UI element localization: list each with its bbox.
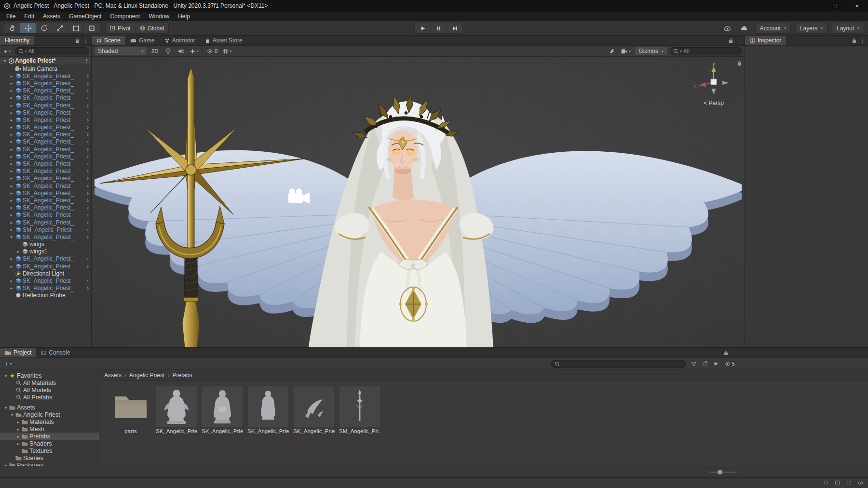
hierarchy-item[interactable]: ▸ SK_Angelic_Priest_ › — [0, 79, 91, 87]
prefab-open-chevron[interactable]: › — [84, 88, 91, 93]
hierarchy-item[interactable]: ▸ SK_Angelic_Priest_ › — [0, 277, 91, 284]
hierarchy-item[interactable]: ▸ SK_Angelic_Priest_ › — [0, 197, 91, 204]
hierarchy-item[interactable]: ▸ SK_Angelic_Priest_ › — [0, 168, 91, 175]
tab-hierarchy[interactable]: Hierarchy — [0, 36, 34, 45]
hierarchy-item[interactable]: ▸ SK_Angelic_Priest_ › — [0, 175, 91, 182]
prefab-open-chevron[interactable]: › — [84, 220, 91, 225]
scene-lighting-toggle[interactable] — [163, 47, 173, 55]
prefab-open-chevron[interactable]: › — [84, 117, 91, 123]
layers-dropdown[interactable]: Layers▾ — [795, 23, 827, 34]
hand-tool[interactable] — [4, 23, 20, 33]
lock-icon[interactable] — [729, 38, 733, 43]
hierarchy-item[interactable]: ▾ SK_Angelic_Priest_ › — [0, 233, 91, 240]
project-tree-item-materials[interactable]: ▸ Materials — [0, 418, 99, 425]
scene-visibility-toggle[interactable]: 0 — [205, 47, 219, 55]
asset-prefab[interactable]: SK_Angelic_Prie... — [156, 386, 197, 434]
asset-prefab[interactable]: SM_Angelic_Pri... — [339, 386, 380, 434]
expand-arrow[interactable]: ▸ — [9, 176, 14, 181]
expand-arrow[interactable]: ▸ — [9, 191, 14, 196]
project-tree-item-mesh[interactable]: ▸ Mesh — [0, 425, 99, 433]
scene-audio-toggle[interactable] — [176, 47, 186, 55]
expand-arrow[interactable]: ▸ — [9, 118, 14, 122]
hierarchy-create-button[interactable]: +▾ — [2, 48, 13, 55]
hierarchy-item[interactable]: ▸ SK_Angelic_Priest_ › — [0, 182, 91, 189]
expand-arrow[interactable]: ▸ — [9, 256, 14, 261]
project-tree-item-all-materials[interactable]: All Materials — [0, 379, 99, 386]
hierarchy-item[interactable]: ▸ SK_Angelic_Priest_ › — [0, 87, 91, 94]
notifications-icon[interactable] — [823, 480, 828, 486]
panel-menu-icon[interactable]: ⋮ — [83, 38, 88, 43]
expand-arrow[interactable]: ▸ — [15, 434, 21, 439]
expand-arrow[interactable]: ▸ — [9, 147, 14, 152]
hierarchy-item[interactable]: ▸ SK_Angelic_Priest_ › — [0, 211, 91, 219]
prefab-open-chevron[interactable]: › — [84, 110, 91, 116]
breadcrumb-item[interactable]: Prefabs — [172, 372, 192, 379]
tab-inspector[interactable]: Inspector — [745, 36, 786, 45]
hierarchy-search-input[interactable]: ▾ All — [15, 47, 89, 55]
global-toggle[interactable]: Global — [136, 23, 169, 33]
thumbnail-size-slider[interactable] — [709, 466, 737, 477]
prefab-open-chevron[interactable]: › — [84, 175, 91, 181]
hierarchy-item[interactable]: Main Camera — [0, 65, 91, 72]
minimize-button[interactable] — [801, 0, 824, 12]
project-tree-item-packages[interactable]: ▸ Packages — [0, 462, 99, 466]
expand-arrow[interactable]: ▸ — [9, 286, 14, 290]
expand-arrow[interactable]: ▸ — [9, 74, 14, 79]
pause-button[interactable] — [431, 23, 447, 33]
tab-animator[interactable]: Animator — [160, 36, 200, 45]
panel-menu-icon[interactable]: ⋮ — [860, 38, 865, 43]
tab-console[interactable]: Console — [36, 348, 75, 357]
shading-mode-dropdown[interactable]: Shaded▾ — [94, 47, 147, 55]
cache-server-icon[interactable] — [835, 480, 840, 486]
project-tree-item-angelic-priest[interactable]: ▾ Angelic Priest — [0, 411, 99, 418]
asset-folder[interactable]: parts — [110, 386, 151, 434]
prefab-open-chevron[interactable]: › — [84, 154, 91, 159]
scene-search-input[interactable]: ▾ All — [670, 47, 742, 55]
expand-arrow[interactable]: ▸ — [15, 427, 21, 432]
hierarchy-item[interactable]: ▸ SK_Angelic_Priest_ › — [0, 160, 91, 167]
hierarchy-item[interactable]: ▸ SK_Angelic_Priest_ › — [0, 102, 91, 109]
account-dropdown[interactable]: Account▾ — [755, 23, 791, 34]
hierarchy-item[interactable]: ▸ SK_Angelic_Priest_ › — [0, 285, 91, 292]
hierarchy-item[interactable]: Reflection Probe — [0, 292, 91, 299]
prefab-open-chevron[interactable]: › — [84, 168, 91, 174]
scene-viewport[interactable]: y x < Persp — [92, 57, 745, 347]
hierarchy-item[interactable]: ▸ SK_Angelic_Priest_ › — [0, 153, 91, 160]
expand-arrow[interactable]: ▸ — [9, 154, 14, 159]
project-tree-item-shaders[interactable]: ▸ Shaders — [0, 440, 99, 447]
progress-icon[interactable] — [858, 480, 863, 486]
expand-arrow[interactable]: ▸ — [9, 139, 14, 144]
expand-arrow[interactable]: ▾ — [9, 235, 14, 239]
prefab-open-chevron[interactable]: › — [84, 190, 91, 196]
slider-thumb[interactable] — [718, 470, 722, 475]
maximize-button[interactable] — [824, 0, 846, 12]
hierarchy-item[interactable]: ▸ SK_Angelic_Priest › — [0, 263, 91, 270]
gizmos-dropdown[interactable]: Gizmos▾ — [635, 47, 667, 55]
hierarchy-item[interactable]: ▸ SK_Angelic_Priest_ › — [0, 72, 91, 79]
rect-tool[interactable] — [68, 23, 84, 33]
expand-arrow[interactable]: ▸ — [9, 110, 14, 115]
hierarchy-item[interactable]: Directional Light — [0, 270, 91, 277]
prefab-open-chevron[interactable]: › — [84, 285, 91, 291]
hierarchy-item[interactable]: ▸ SK_Angelic_Priest_ › — [0, 94, 91, 102]
menu-gameobject[interactable]: GameObject — [65, 13, 106, 20]
lock-icon[interactable] — [852, 38, 856, 43]
prefab-open-chevron[interactable]: › — [84, 256, 91, 262]
expand-arrow[interactable]: ▸ — [15, 420, 21, 424]
prefab-open-chevron[interactable]: › — [84, 124, 91, 130]
layout-dropdown[interactable]: Layout▾ — [832, 23, 864, 34]
expand-arrow[interactable]: ▾ — [3, 373, 9, 378]
menu-help[interactable]: Help — [174, 13, 194, 20]
hierarchy-item[interactable]: ▸ SK_Angelic_Priest_ › — [0, 109, 91, 116]
expand-arrow[interactable]: ▸ — [9, 220, 14, 225]
prefab-open-chevron[interactable]: › — [84, 146, 91, 152]
play-button[interactable] — [415, 23, 431, 33]
project-tree-item-textures[interactable]: Textures — [0, 447, 99, 454]
hierarchy-item[interactable]: ▸ SK_Angelic_Priest_ › — [0, 189, 91, 197]
scene-options-icon[interactable]: ⋮ — [84, 58, 89, 64]
panel-menu-icon[interactable]: ⋮ — [732, 350, 737, 356]
cloud-icon[interactable] — [738, 23, 751, 34]
prefab-open-chevron[interactable]: › — [84, 227, 91, 233]
prefab-open-chevron[interactable]: › — [84, 103, 91, 108]
expand-arrow[interactable]: ▸ — [9, 205, 14, 210]
